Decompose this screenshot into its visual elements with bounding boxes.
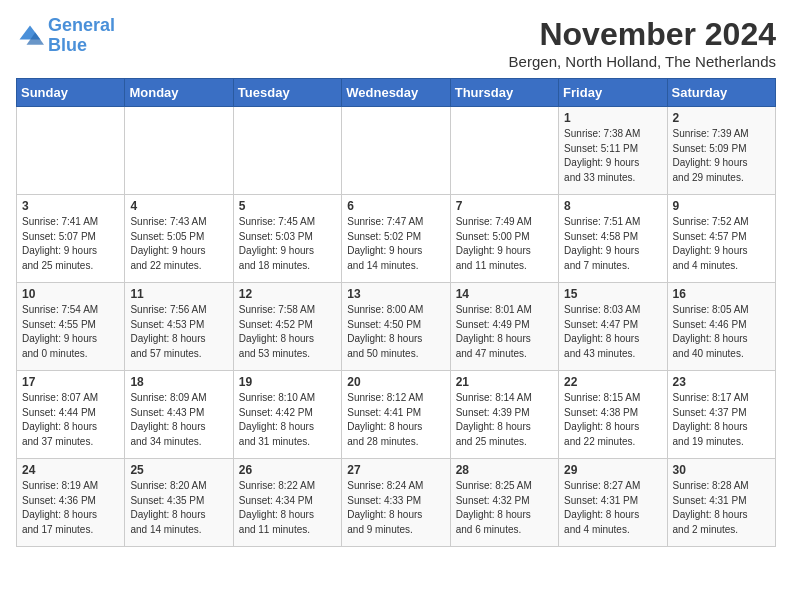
col-header-saturday: Saturday xyxy=(667,79,775,107)
day-number: 20 xyxy=(347,375,444,389)
calendar-cell: 26Sunrise: 8:22 AM Sunset: 4:34 PM Dayli… xyxy=(233,459,341,547)
col-header-friday: Friday xyxy=(559,79,667,107)
week-row-5: 24Sunrise: 8:19 AM Sunset: 4:36 PM Dayli… xyxy=(17,459,776,547)
day-number: 19 xyxy=(239,375,336,389)
calendar-cell: 29Sunrise: 8:27 AM Sunset: 4:31 PM Dayli… xyxy=(559,459,667,547)
calendar-cell: 15Sunrise: 8:03 AM Sunset: 4:47 PM Dayli… xyxy=(559,283,667,371)
col-header-thursday: Thursday xyxy=(450,79,558,107)
day-number: 23 xyxy=(673,375,770,389)
day-number: 13 xyxy=(347,287,444,301)
day-info: Sunrise: 8:12 AM Sunset: 4:41 PM Dayligh… xyxy=(347,391,444,449)
week-row-4: 17Sunrise: 8:07 AM Sunset: 4:44 PM Dayli… xyxy=(17,371,776,459)
day-number: 7 xyxy=(456,199,553,213)
day-info: Sunrise: 7:51 AM Sunset: 4:58 PM Dayligh… xyxy=(564,215,661,273)
calendar-table: SundayMondayTuesdayWednesdayThursdayFrid… xyxy=(16,78,776,547)
day-number: 4 xyxy=(130,199,227,213)
calendar-cell: 8Sunrise: 7:51 AM Sunset: 4:58 PM Daylig… xyxy=(559,195,667,283)
day-number: 26 xyxy=(239,463,336,477)
day-info: Sunrise: 7:58 AM Sunset: 4:52 PM Dayligh… xyxy=(239,303,336,361)
day-info: Sunrise: 7:45 AM Sunset: 5:03 PM Dayligh… xyxy=(239,215,336,273)
calendar-cell: 12Sunrise: 7:58 AM Sunset: 4:52 PM Dayli… xyxy=(233,283,341,371)
calendar-cell: 6Sunrise: 7:47 AM Sunset: 5:02 PM Daylig… xyxy=(342,195,450,283)
day-number: 16 xyxy=(673,287,770,301)
calendar-cell: 11Sunrise: 7:56 AM Sunset: 4:53 PM Dayli… xyxy=(125,283,233,371)
day-info: Sunrise: 8:10 AM Sunset: 4:42 PM Dayligh… xyxy=(239,391,336,449)
day-info: Sunrise: 8:19 AM Sunset: 4:36 PM Dayligh… xyxy=(22,479,119,537)
day-number: 11 xyxy=(130,287,227,301)
calendar-cell: 24Sunrise: 8:19 AM Sunset: 4:36 PM Dayli… xyxy=(17,459,125,547)
day-number: 30 xyxy=(673,463,770,477)
calendar-cell: 21Sunrise: 8:14 AM Sunset: 4:39 PM Dayli… xyxy=(450,371,558,459)
week-row-2: 3Sunrise: 7:41 AM Sunset: 5:07 PM Daylig… xyxy=(17,195,776,283)
day-info: Sunrise: 8:17 AM Sunset: 4:37 PM Dayligh… xyxy=(673,391,770,449)
day-number: 22 xyxy=(564,375,661,389)
day-info: Sunrise: 8:09 AM Sunset: 4:43 PM Dayligh… xyxy=(130,391,227,449)
day-number: 12 xyxy=(239,287,336,301)
day-number: 29 xyxy=(564,463,661,477)
day-number: 28 xyxy=(456,463,553,477)
day-number: 5 xyxy=(239,199,336,213)
day-info: Sunrise: 8:20 AM Sunset: 4:35 PM Dayligh… xyxy=(130,479,227,537)
calendar-cell: 20Sunrise: 8:12 AM Sunset: 4:41 PM Dayli… xyxy=(342,371,450,459)
calendar-cell: 27Sunrise: 8:24 AM Sunset: 4:33 PM Dayli… xyxy=(342,459,450,547)
day-info: Sunrise: 7:39 AM Sunset: 5:09 PM Dayligh… xyxy=(673,127,770,185)
calendar-cell: 28Sunrise: 8:25 AM Sunset: 4:32 PM Dayli… xyxy=(450,459,558,547)
day-number: 14 xyxy=(456,287,553,301)
logo-line1: General xyxy=(48,15,115,35)
col-header-tuesday: Tuesday xyxy=(233,79,341,107)
col-header-monday: Monday xyxy=(125,79,233,107)
day-info: Sunrise: 8:03 AM Sunset: 4:47 PM Dayligh… xyxy=(564,303,661,361)
calendar-cell: 14Sunrise: 8:01 AM Sunset: 4:49 PM Dayli… xyxy=(450,283,558,371)
day-info: Sunrise: 8:14 AM Sunset: 4:39 PM Dayligh… xyxy=(456,391,553,449)
day-info: Sunrise: 8:05 AM Sunset: 4:46 PM Dayligh… xyxy=(673,303,770,361)
day-number: 17 xyxy=(22,375,119,389)
day-number: 2 xyxy=(673,111,770,125)
day-info: Sunrise: 7:47 AM Sunset: 5:02 PM Dayligh… xyxy=(347,215,444,273)
week-row-1: 1Sunrise: 7:38 AM Sunset: 5:11 PM Daylig… xyxy=(17,107,776,195)
calendar-cell: 2Sunrise: 7:39 AM Sunset: 5:09 PM Daylig… xyxy=(667,107,775,195)
day-number: 18 xyxy=(130,375,227,389)
calendar-cell: 30Sunrise: 8:28 AM Sunset: 4:31 PM Dayli… xyxy=(667,459,775,547)
day-info: Sunrise: 8:22 AM Sunset: 4:34 PM Dayligh… xyxy=(239,479,336,537)
day-info: Sunrise: 7:38 AM Sunset: 5:11 PM Dayligh… xyxy=(564,127,661,185)
day-number: 10 xyxy=(22,287,119,301)
calendar-cell: 23Sunrise: 8:17 AM Sunset: 4:37 PM Dayli… xyxy=(667,371,775,459)
header-row: SundayMondayTuesdayWednesdayThursdayFrid… xyxy=(17,79,776,107)
week-row-3: 10Sunrise: 7:54 AM Sunset: 4:55 PM Dayli… xyxy=(17,283,776,371)
logo-icon xyxy=(16,22,44,50)
calendar-cell xyxy=(450,107,558,195)
calendar-cell: 16Sunrise: 8:05 AM Sunset: 4:46 PM Dayli… xyxy=(667,283,775,371)
calendar-cell: 4Sunrise: 7:43 AM Sunset: 5:05 PM Daylig… xyxy=(125,195,233,283)
day-number: 15 xyxy=(564,287,661,301)
day-number: 8 xyxy=(564,199,661,213)
calendar-cell xyxy=(342,107,450,195)
header: General Blue November 2024 Bergen, North… xyxy=(16,16,776,70)
calendar-cell: 13Sunrise: 8:00 AM Sunset: 4:50 PM Dayli… xyxy=(342,283,450,371)
calendar-cell: 9Sunrise: 7:52 AM Sunset: 4:57 PM Daylig… xyxy=(667,195,775,283)
day-number: 9 xyxy=(673,199,770,213)
day-number: 3 xyxy=(22,199,119,213)
day-info: Sunrise: 7:49 AM Sunset: 5:00 PM Dayligh… xyxy=(456,215,553,273)
day-number: 27 xyxy=(347,463,444,477)
day-number: 1 xyxy=(564,111,661,125)
day-info: Sunrise: 7:56 AM Sunset: 4:53 PM Dayligh… xyxy=(130,303,227,361)
logo-text: General Blue xyxy=(48,16,115,56)
day-number: 24 xyxy=(22,463,119,477)
calendar-cell xyxy=(233,107,341,195)
day-info: Sunrise: 7:52 AM Sunset: 4:57 PM Dayligh… xyxy=(673,215,770,273)
calendar-cell: 18Sunrise: 8:09 AM Sunset: 4:43 PM Dayli… xyxy=(125,371,233,459)
calendar-cell: 1Sunrise: 7:38 AM Sunset: 5:11 PM Daylig… xyxy=(559,107,667,195)
logo: General Blue xyxy=(16,16,115,56)
calendar-cell: 7Sunrise: 7:49 AM Sunset: 5:00 PM Daylig… xyxy=(450,195,558,283)
day-info: Sunrise: 8:01 AM Sunset: 4:49 PM Dayligh… xyxy=(456,303,553,361)
day-info: Sunrise: 7:43 AM Sunset: 5:05 PM Dayligh… xyxy=(130,215,227,273)
day-info: Sunrise: 8:00 AM Sunset: 4:50 PM Dayligh… xyxy=(347,303,444,361)
calendar-cell xyxy=(17,107,125,195)
day-info: Sunrise: 8:25 AM Sunset: 4:32 PM Dayligh… xyxy=(456,479,553,537)
month-title: November 2024 xyxy=(509,16,776,53)
day-info: Sunrise: 8:28 AM Sunset: 4:31 PM Dayligh… xyxy=(673,479,770,537)
calendar-cell: 17Sunrise: 8:07 AM Sunset: 4:44 PM Dayli… xyxy=(17,371,125,459)
day-number: 25 xyxy=(130,463,227,477)
day-number: 21 xyxy=(456,375,553,389)
col-header-sunday: Sunday xyxy=(17,79,125,107)
